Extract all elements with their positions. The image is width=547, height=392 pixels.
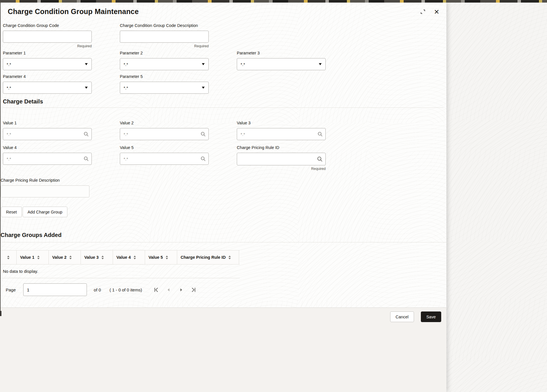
field-value-5: Value 5: [120, 145, 209, 172]
field-value-3: Value 3: [237, 121, 326, 140]
reset-button[interactable]: Reset: [1, 207, 22, 217]
field-charge-pricing-rule-id: Charge Pricing Rule ID Required: [237, 145, 326, 172]
resize-icon[interactable]: [419, 8, 426, 15]
table-pagination: Page of 0 ( 1 - 0 of 0 items): [6, 283, 446, 296]
group-description-label: Charge Condition Group Code Description: [120, 23, 209, 28]
charge-pricing-rule-description-input[interactable]: [1, 185, 89, 197]
chevron-down-icon: [202, 87, 205, 89]
add-charge-group-button[interactable]: Add Charge Group: [23, 207, 67, 217]
parameter-1-select[interactable]: *.*: [3, 58, 92, 70]
sort-icon: [69, 256, 72, 259]
charge-details-heading: Charge Details: [3, 98, 446, 105]
first-page-icon[interactable]: [153, 287, 159, 293]
search-icon[interactable]: [83, 132, 89, 137]
value-4-input[interactable]: [3, 153, 92, 165]
group-code-input[interactable]: [3, 31, 92, 43]
page-left-notch: [0, 311, 1, 316]
dialog-content: Charge Condition Group Maintenance × Cha…: [0, 3, 446, 307]
charge-pricing-rule-id-label: Charge Pricing Rule ID: [237, 145, 326, 150]
sort-icon: [101, 256, 104, 259]
sort-icon: [134, 256, 136, 259]
field-parameter-5: Parameter 5 *.*: [120, 74, 209, 94]
parameter-3-label: Parameter 3: [237, 51, 326, 55]
chevron-down-icon: [202, 63, 205, 65]
field-group-code: Charge Condition Group Code Required: [3, 23, 92, 49]
parameter-4-value: *.*: [7, 85, 11, 90]
parameter-4-label: Parameter 4: [3, 74, 92, 79]
column-header-charge-pricing-rule-id[interactable]: Charge Pricing Rule ID: [177, 250, 239, 264]
value-5-input[interactable]: [120, 153, 209, 165]
field-value-4: Value 4: [3, 145, 92, 172]
value-3-label: Value 3: [237, 121, 326, 125]
parameters-row-1: Parameter 1 *.* Parameter 2 *.* Paramete…: [3, 51, 446, 70]
value-2-label: Value 2: [120, 121, 209, 125]
group-description-required-hint: Required: [120, 44, 209, 49]
column-header-value-4[interactable]: Value 4: [113, 250, 145, 264]
search-icon[interactable]: [317, 156, 323, 162]
sort-icon: [228, 256, 231, 259]
field-charge-pricing-rule-description: Charge Pricing Rule Description: [1, 178, 89, 197]
parameter-1-value: *.*: [7, 62, 11, 67]
charge-groups-added-heading: Charge Groups Added: [1, 232, 446, 238]
parameter-2-value: *.*: [124, 62, 128, 67]
column-header-selector[interactable]: [0, 250, 17, 264]
field-group-description: Charge Condition Group Code Description …: [120, 23, 209, 49]
field-value-1: Value 1: [3, 121, 92, 140]
charge-pricing-rule-id-required-hint: Required: [237, 167, 326, 172]
sort-icon: [7, 256, 9, 259]
field-parameter-4: Parameter 4 *.*: [3, 74, 92, 94]
dialog-header: Charge Condition Group Maintenance ×: [0, 3, 446, 18]
close-icon[interactable]: ×: [433, 8, 440, 15]
charge-condition-group-maintenance-dialog: Charge Condition Group Maintenance × Cha…: [0, 3, 446, 392]
items-range-text: ( 1 - 0 of 0 items): [110, 287, 142, 292]
parameter-3-select[interactable]: *.*: [237, 58, 326, 70]
field-value-2: Value 2: [120, 121, 209, 140]
charge-pricing-rule-id-input[interactable]: [237, 153, 326, 165]
value-1-input[interactable]: [3, 128, 92, 140]
search-icon[interactable]: [317, 132, 323, 137]
charge-pricing-rule-description-label: Charge Pricing Rule Description: [1, 178, 89, 183]
parameter-1-label: Parameter 1: [3, 51, 92, 55]
next-page-icon[interactable]: [179, 287, 183, 292]
parameter-5-value: *.*: [124, 85, 128, 90]
parameters-row-2: Parameter 4 *.* Parameter 5 *.*: [3, 74, 446, 94]
column-header-value-1[interactable]: Value 1: [17, 250, 49, 264]
group-description-input[interactable]: [120, 31, 209, 43]
value-2-input[interactable]: [120, 128, 209, 140]
chevron-down-icon: [319, 63, 322, 65]
cancel-button[interactable]: Cancel: [390, 311, 414, 322]
charge-groups-divider: [0, 242, 446, 242]
group-code-label: Charge Condition Group Code: [3, 23, 92, 28]
column-header-value-3[interactable]: Value 3: [81, 250, 113, 264]
search-icon[interactable]: [83, 156, 89, 162]
field-parameter-1: Parameter 1 *.*: [3, 51, 92, 70]
values-row-2: Value 4 Value 5 Charge Prici: [3, 145, 446, 172]
decorative-banner: [0, 0, 547, 3]
page-input[interactable]: [23, 283, 87, 296]
sort-icon: [166, 256, 168, 259]
page-left-edge: [0, 3, 1, 315]
form-actions: Reset Add Charge Group: [1, 207, 446, 217]
search-icon[interactable]: [200, 156, 206, 162]
values-row-1: Value 1 Value 2 Value 3: [3, 121, 446, 140]
chevron-down-icon: [85, 63, 88, 65]
parameter-2-label: Parameter 2: [120, 51, 209, 55]
page-label: Page: [6, 287, 16, 292]
value-4-label: Value 4: [3, 145, 92, 150]
parameter-5-label: Parameter 5: [120, 74, 209, 79]
parameter-4-select[interactable]: *.*: [3, 82, 92, 94]
value-3-input[interactable]: [237, 128, 326, 140]
search-icon[interactable]: [200, 132, 206, 137]
empty-table-text: No data to display.: [3, 269, 38, 274]
group-code-required-hint: Required: [3, 44, 92, 49]
last-page-icon[interactable]: [191, 287, 196, 293]
table-empty-row: No data to display.: [0, 264, 240, 278]
value-1-label: Value 1: [3, 121, 92, 125]
parameter-2-select[interactable]: *.*: [120, 58, 209, 70]
column-header-value-2[interactable]: Value 2: [49, 250, 81, 264]
parameter-5-select[interactable]: *.*: [120, 82, 209, 94]
group-code-row: Charge Condition Group Code Required Cha…: [3, 23, 446, 49]
save-button[interactable]: Save: [421, 311, 441, 322]
column-header-value-5[interactable]: Value 5: [145, 250, 177, 264]
previous-page-icon[interactable]: [166, 287, 171, 292]
